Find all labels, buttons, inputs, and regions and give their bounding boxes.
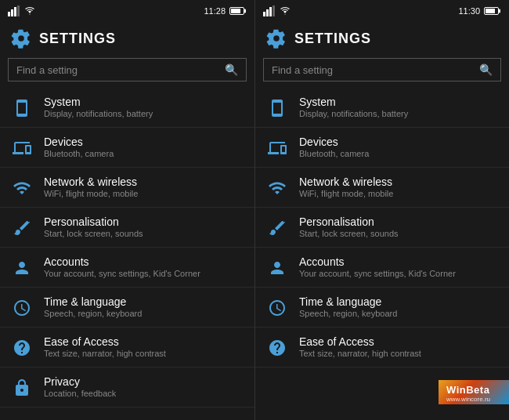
accounts-icon-right — [266, 257, 288, 279]
system-text-right: System Display, notifications, battery — [299, 96, 408, 118]
time-icon-left — [11, 297, 33, 319]
svg-rect-12 — [499, 9, 500, 13]
system-text-left: System Display, notifications, battery — [44, 96, 153, 118]
accounts-subtitle-right: Your account, sync settings, Kid's Corne… — [299, 269, 456, 278]
ease-text-right: Ease of Access Text size, narrator, high… — [299, 335, 421, 358]
system-title-right: System — [299, 96, 408, 108]
search-placeholder-left: Find a setting — [16, 64, 225, 76]
system-subtitle-right: Display, notifications, battery — [299, 109, 408, 118]
settings-item-devices-right[interactable]: Devices Bluetooth, camera — [255, 128, 509, 168]
settings-gear-icon-right — [266, 28, 287, 49]
devices-title-left: Devices — [44, 136, 114, 148]
right-phone-panel: 11:30 SETTINGS Find a setting 🔍 System D… — [254, 0, 509, 420]
watermark-badge: WinBeta www.wincore.ru — [439, 380, 509, 404]
settings-header-left: SETTINGS — [0, 22, 254, 55]
wifi-icon-right — [280, 6, 291, 16]
status-bar-right: 11:30 — [255, 0, 509, 22]
search-icon-left[interactable]: 🔍 — [225, 63, 238, 76]
personalisation-icon-left — [11, 217, 33, 239]
settings-item-privacy-left[interactable]: Privacy Location, feedback — [0, 368, 254, 407]
devices-subtitle-left: Bluetooth, camera — [44, 149, 114, 158]
svg-rect-5 — [244, 9, 246, 13]
settings-list-left: System Display, notifications, battery D… — [0, 88, 254, 420]
settings-item-time-right[interactable]: Time & language Speech, region, keyboard — [255, 288, 509, 328]
settings-item-network-left[interactable]: Network & wireless WiFi, flight mode, mo… — [0, 168, 254, 208]
privacy-title-left: Privacy — [44, 375, 116, 388]
settings-title-right: SETTINGS — [294, 31, 371, 47]
time-text-right: Time & language Speech, region, keyboard — [299, 295, 397, 318]
settings-item-ease-right[interactable]: Ease of Access Text size, narrator, high… — [255, 328, 509, 368]
ease-title-right: Ease of Access — [299, 335, 421, 348]
settings-item-personalisation-right[interactable]: Personalisation Start, lock screen, soun… — [255, 208, 509, 248]
system-title-left: System — [44, 96, 153, 108]
svg-rect-3 — [17, 5, 20, 16]
settings-list-right: System Display, notifications, battery D… — [255, 88, 509, 420]
signal-icon — [8, 5, 20, 16]
settings-item-devices-left[interactable]: Devices Bluetooth, camera — [0, 128, 254, 168]
time-icon-right — [266, 297, 288, 319]
watermark-text: WinBeta — [446, 384, 501, 396]
svg-rect-8 — [266, 9, 269, 16]
battery-icon-left — [229, 6, 247, 16]
network-text-left: Network & wireless WiFi, flight mode, mo… — [44, 176, 138, 198]
svg-rect-10 — [273, 5, 275, 16]
watermark-container: WinBeta www.wincore.ru — [439, 380, 509, 404]
settings-item-accounts-right[interactable]: Accounts Your account, sync settings, Ki… — [255, 248, 509, 288]
personalisation-text-right: Personalisation Start, lock screen, soun… — [299, 215, 399, 238]
privacy-icon-left — [11, 377, 33, 399]
time-title-right: Time & language — [299, 295, 397, 308]
ease-text-left: Ease of Access Text size, narrator, high… — [44, 335, 166, 358]
svg-rect-13 — [486, 9, 495, 13]
personalisation-title-left: Personalisation — [44, 215, 143, 228]
ease-icon-right — [266, 337, 288, 359]
settings-gear-icon-left — [11, 28, 31, 49]
settings-item-accounts-left[interactable]: Accounts Your account, sync settings, Ki… — [0, 248, 254, 288]
svg-rect-7 — [263, 12, 265, 16]
settings-header-right: SETTINGS — [255, 22, 509, 55]
search-bar-right[interactable]: Find a setting 🔍 — [263, 58, 501, 81]
devices-icon-left — [11, 137, 33, 159]
watermark-subtext: www.wincore.ru — [446, 396, 501, 403]
svg-rect-9 — [269, 7, 272, 16]
devices-title-right: Devices — [299, 136, 369, 148]
system-icon-left — [11, 97, 33, 119]
svg-rect-2 — [14, 7, 16, 16]
svg-rect-0 — [8, 12, 10, 16]
settings-item-time-left[interactable]: Time & language Speech, region, keyboard — [0, 288, 254, 328]
time-subtitle-left: Speech, region, keyboard — [44, 309, 142, 318]
battery-icon-right — [484, 6, 501, 16]
personalisation-text-left: Personalisation Start, lock screen, soun… — [44, 215, 143, 238]
time-text-left: Time & language Speech, region, keyboard — [44, 295, 142, 318]
accounts-icon-left — [11, 257, 33, 279]
settings-item-personalisation-left[interactable]: Personalisation Start, lock screen, soun… — [0, 208, 254, 248]
status-left-right — [263, 5, 291, 16]
search-bar-left[interactable]: Find a setting 🔍 — [8, 58, 247, 81]
personalisation-icon-right — [266, 217, 288, 239]
network-title-left: Network & wireless — [44, 176, 138, 188]
network-subtitle-left: WiFi, flight mode, mobile — [44, 189, 138, 198]
settings-item-system-right[interactable]: System Display, notifications, battery — [255, 88, 509, 128]
settings-item-system-left[interactable]: System Display, notifications, battery — [0, 88, 254, 128]
time-title-left: Time & language — [44, 295, 142, 308]
privacy-text-left: Privacy Location, feedback — [44, 375, 116, 398]
svg-rect-6 — [231, 9, 240, 13]
network-icon-left — [11, 177, 33, 199]
settings-item-network-right[interactable]: Network & wireless WiFi, flight mode, mo… — [255, 168, 509, 208]
left-phone-panel: 11:28 SETTINGS Find a setting 🔍 System — [0, 0, 254, 420]
accounts-title-left: Accounts — [44, 255, 200, 268]
accounts-text-left: Accounts Your account, sync settings, Ki… — [44, 255, 200, 278]
time-subtitle-right: Speech, region, keyboard — [299, 309, 397, 318]
accounts-text-right: Accounts Your account, sync settings, Ki… — [299, 255, 456, 278]
status-bar-left: 11:28 — [0, 0, 254, 22]
time-display-right: 11:30 — [458, 6, 480, 16]
svg-rect-1 — [11, 9, 13, 16]
network-text-right: Network & wireless WiFi, flight mode, mo… — [299, 176, 393, 198]
time-display-left: 11:28 — [204, 6, 226, 16]
search-icon-right[interactable]: 🔍 — [479, 63, 493, 76]
search-placeholder-right: Find a setting — [272, 64, 479, 76]
devices-subtitle-right: Bluetooth, camera — [299, 149, 369, 158]
settings-item-ease-left[interactable]: Ease of Access Text size, narrator, high… — [0, 328, 254, 368]
system-icon-right — [266, 97, 288, 119]
settings-title-left: SETTINGS — [39, 31, 116, 47]
ease-subtitle-left: Text size, narrator, high contrast — [44, 349, 166, 358]
